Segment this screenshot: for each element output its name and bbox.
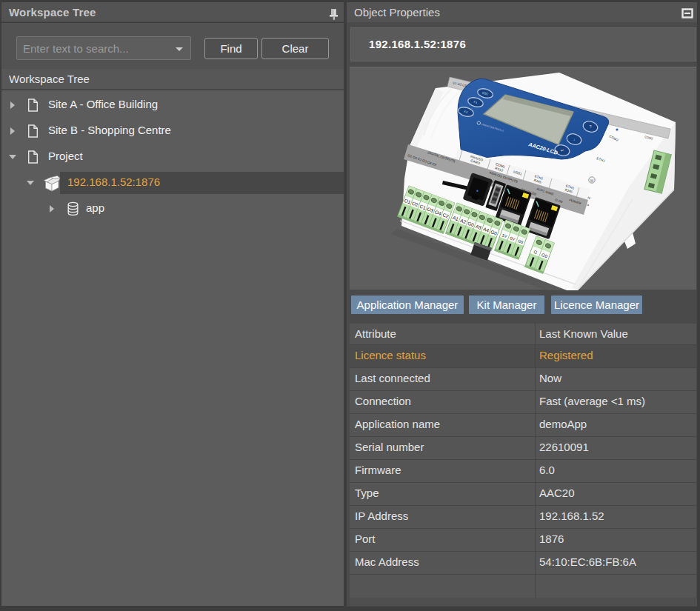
svg-text:?: ? (589, 124, 591, 129)
svg-text:↵: ↵ (561, 148, 564, 153)
svg-text:M: M (590, 178, 593, 183)
svg-text:↓: ↓ (573, 137, 576, 141)
